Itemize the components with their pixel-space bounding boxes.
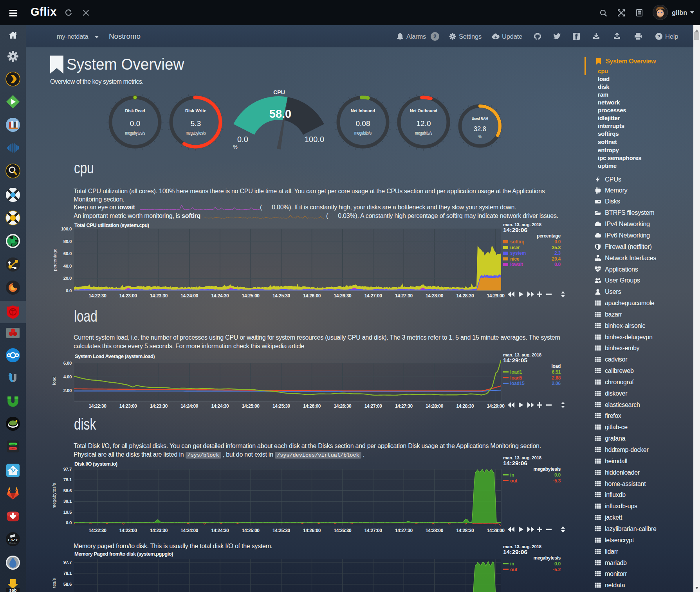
- svg-text:14:26:00: 14:26:00: [303, 293, 321, 299]
- svg-text:14:26:30: 14:26:30: [334, 293, 352, 299]
- svg-text:14:25:00: 14:25:00: [242, 528, 260, 533]
- svg-text:14:22:30: 14:22:30: [89, 293, 107, 299]
- svg-text:14:29:05: 14:29:05: [503, 357, 527, 363]
- svg-text:58.6: 58.6: [63, 488, 72, 493]
- svg-text:14:24:00: 14:24:00: [180, 528, 198, 533]
- svg-text:14:29:06: 14:29:06: [503, 549, 527, 555]
- svg-text:14:29:06: 14:29:06: [503, 460, 527, 466]
- svg-text:14:26:30: 14:26:30: [334, 528, 352, 533]
- svg-text:14:27:30: 14:27:30: [395, 528, 413, 533]
- svg-text:softirq: softirq: [510, 239, 524, 245]
- svg-text:2.06: 2.06: [552, 381, 561, 386]
- svg-text:14:25:30: 14:25:30: [272, 403, 290, 409]
- svg-text:out: out: [510, 567, 517, 572]
- svg-text:100.0: 100.0: [61, 227, 72, 231]
- svg-text:Memory Paged from/to disk (sys: Memory Paged from/to disk (system.pgpgio…: [74, 551, 173, 557]
- svg-text:megabytes/s: megabytes/s: [534, 555, 561, 561]
- svg-text:58.6: 58.6: [63, 582, 72, 587]
- svg-text:2.3: 2.3: [554, 250, 561, 256]
- svg-text:14:27:30: 14:27:30: [395, 293, 413, 299]
- svg-text:78.1: 78.1: [63, 477, 72, 482]
- svg-text:percentage: percentage: [537, 233, 561, 239]
- svg-text:14:29:00: 14:29:00: [487, 293, 505, 299]
- svg-text:14:22:30: 14:22:30: [89, 528, 107, 533]
- svg-text:14:29:00: 14:29:00: [487, 528, 505, 533]
- svg-text:14:26:00: 14:26:00: [303, 403, 321, 409]
- svg-text:14:24:30: 14:24:30: [211, 293, 229, 299]
- svg-text:20.4: 20.4: [552, 256, 561, 262]
- svg-text:40.0: 40.0: [63, 264, 72, 268]
- svg-text:14:27:00: 14:27:00: [364, 528, 382, 533]
- svg-text:14:28:30: 14:28:30: [456, 528, 474, 533]
- svg-text:14:24:30: 14:24:30: [211, 528, 229, 533]
- svg-text:load5: load5: [510, 375, 522, 381]
- svg-text:80.0: 80.0: [63, 239, 72, 244]
- svg-text:0.0: 0.0: [554, 472, 561, 478]
- svg-text:0.0: 0.0: [554, 262, 561, 267]
- svg-text:14:28:00: 14:28:00: [426, 528, 444, 533]
- svg-text:14:23:00: 14:23:00: [119, 403, 137, 409]
- svg-text:14:28:30: 14:28:30: [456, 293, 474, 299]
- svg-text:14:22:30: 14:22:30: [89, 403, 107, 409]
- svg-text:14:28:30: 14:28:30: [456, 403, 474, 409]
- svg-text:megabytes/s: megabytes/s: [52, 483, 56, 508]
- svg-text:14:25:00: 14:25:00: [242, 403, 260, 409]
- svg-text:out: out: [510, 478, 517, 484]
- svg-text:14:23:30: 14:23:30: [150, 528, 168, 533]
- svg-text:14:25:00: 14:25:00: [242, 293, 260, 299]
- svg-text:0.0: 0.0: [554, 239, 561, 245]
- svg-text:iowait: iowait: [510, 262, 523, 267]
- svg-text:14:27:30: 14:27:30: [395, 403, 413, 409]
- svg-text:load: load: [52, 376, 56, 385]
- svg-text:14:28:00: 14:28:00: [426, 403, 444, 409]
- svg-text:39.1: 39.1: [63, 499, 72, 504]
- svg-text:2.00: 2.00: [63, 388, 72, 393]
- svg-text:14:26:30: 14:26:30: [334, 403, 352, 409]
- svg-text:97.7: 97.7: [63, 467, 72, 471]
- svg-text:Total CPU utilization (system.: Total CPU utilization (system.cpu): [74, 222, 149, 228]
- svg-text:14:24:00: 14:24:00: [180, 403, 198, 409]
- svg-text:35.3: 35.3: [552, 245, 561, 250]
- svg-text:in: in: [510, 561, 514, 567]
- svg-text:14:27:00: 14:27:00: [364, 403, 382, 409]
- svg-text:4.00: 4.00: [63, 374, 72, 379]
- svg-text:megabytes/s: megabytes/s: [534, 466, 561, 472]
- svg-text:-5.3: -5.3: [553, 478, 561, 484]
- svg-text:14:26:00: 14:26:00: [303, 528, 321, 533]
- svg-text:-5.2: -5.2: [553, 567, 561, 572]
- svg-text:load1: load1: [510, 369, 522, 375]
- svg-text:19.5: 19.5: [63, 510, 72, 515]
- svg-text:14:24:00: 14:24:00: [180, 293, 198, 299]
- svg-text:2.68: 2.68: [552, 375, 561, 381]
- svg-text:78.1: 78.1: [63, 571, 72, 576]
- svg-text:load: load: [552, 363, 561, 369]
- svg-text:user: user: [510, 245, 520, 250]
- svg-text:97.7: 97.7: [63, 560, 72, 565]
- svg-text:tes/s: tes/s: [52, 578, 56, 588]
- svg-text:6.51: 6.51: [552, 369, 561, 375]
- svg-text:14:29:00: 14:29:00: [487, 403, 505, 409]
- svg-text:System Load Average (system.lo: System Load Average (system.load): [75, 353, 155, 359]
- svg-text:0.0: 0.0: [66, 520, 72, 525]
- svg-text:20.0: 20.0: [63, 276, 72, 281]
- svg-text:14:25:30: 14:25:30: [272, 528, 290, 533]
- svg-text:6.00: 6.00: [63, 361, 72, 365]
- svg-text:0.0: 0.0: [554, 561, 561, 567]
- svg-text:60.0: 60.0: [63, 251, 72, 256]
- svg-text:nice: nice: [510, 256, 520, 262]
- svg-text:14:27:00: 14:27:00: [364, 293, 382, 299]
- svg-text:14:23:00: 14:23:00: [119, 528, 137, 533]
- svg-text:percentage: percentage: [52, 248, 57, 271]
- svg-text:system: system: [510, 250, 526, 256]
- svg-text:14:29:06: 14:29:06: [503, 227, 527, 233]
- svg-text:0.0: 0.0: [66, 288, 72, 293]
- svg-text:14:23:00: 14:23:00: [119, 293, 137, 299]
- svg-text:14:25:30: 14:25:30: [272, 293, 290, 299]
- svg-text:in: in: [510, 472, 514, 478]
- svg-text:Disk I/O (system.io): Disk I/O (system.io): [74, 461, 117, 467]
- svg-text:14:23:30: 14:23:30: [150, 403, 168, 409]
- svg-text:14:23:30: 14:23:30: [150, 293, 168, 299]
- svg-text:14:24:30: 14:24:30: [211, 403, 229, 409]
- svg-text:14:28:00: 14:28:00: [426, 293, 444, 299]
- svg-text:load15: load15: [510, 381, 525, 386]
